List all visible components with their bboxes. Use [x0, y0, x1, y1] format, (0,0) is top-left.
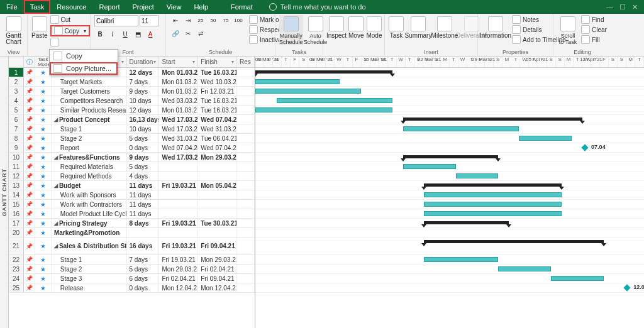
cell-res[interactable] — [237, 255, 255, 264]
table-row[interactable]: 10📌★◢Features&Functions9 daysWed 17.03.2… — [9, 153, 255, 162]
cell-name[interactable]: Marketing&Promotion — [52, 228, 127, 237]
cell-start[interactable] — [159, 162, 198, 171]
cell-start[interactable]: Wed 17.03.21 — [159, 115, 198, 124]
milestone-button[interactable]: Milestone — [433, 15, 457, 39]
summary-bar[interactable] — [424, 240, 603, 243]
row-number[interactable]: 11 — [9, 162, 24, 171]
summary-button[interactable]: Summary — [406, 15, 430, 39]
th-duration[interactable]: Duration▾ — [127, 57, 160, 67]
row-number[interactable]: 16 — [9, 209, 24, 218]
cell-res[interactable] — [237, 134, 255, 143]
cell-res[interactable] — [237, 162, 255, 171]
cell-start[interactable]: Wed 03.03.21 — [159, 96, 198, 105]
paste-button[interactable]: Paste — [31, 15, 48, 39]
cell-start[interactable]: Fri 02.04.21 — [159, 274, 198, 283]
menu-project[interactable]: Project — [126, 0, 160, 14]
cell-name[interactable]: Report — [52, 143, 127, 152]
cell-res[interactable] — [237, 172, 255, 180]
cell-res[interactable] — [237, 143, 255, 152]
bold-button[interactable]: B — [94, 29, 106, 40]
collapse-icon[interactable]: ◢ — [54, 243, 58, 249]
row-number[interactable]: 12 — [9, 172, 24, 180]
milestone-diamond[interactable] — [581, 144, 588, 151]
table-row[interactable]: 25📌★Release0 daysMon 12.04.21Mon 12.04.2… — [9, 283, 255, 293]
row-number[interactable]: 5 — [9, 106, 24, 114]
row-number[interactable]: 7 — [9, 124, 24, 133]
cell-duration[interactable]: 6 days — [127, 274, 160, 283]
cell-res[interactable] — [237, 200, 255, 209]
table-row[interactable]: 3📌★Target Customers9 daysMon 01.03.21Fri… — [9, 87, 255, 96]
copy-item[interactable]: Copy — [50, 50, 118, 62]
menu-resource[interactable]: Resource — [50, 0, 92, 14]
cell-name[interactable]: Required Materials — [52, 162, 127, 171]
menu-task[interactable]: Task — [24, 0, 51, 14]
table-row[interactable]: 8📌★Stage 25 daysWed 31.03.21Tue 06.04.21 — [9, 134, 255, 143]
cell-name[interactable]: Target Customers — [52, 87, 127, 96]
cell-duration[interactable]: 11 days — [127, 200, 160, 209]
cell-res[interactable] — [237, 106, 255, 114]
th-start[interactable]: Start▾ — [159, 57, 198, 67]
cell-res[interactable] — [237, 209, 255, 218]
cell-finish[interactable] — [198, 172, 237, 180]
find-button[interactable]: Find — [581, 15, 607, 24]
cell-start[interactable]: Wed 17.03.21 — [159, 124, 198, 133]
cell-res[interactable] — [237, 153, 255, 161]
auto-schedule-button[interactable]: Auto Schedule — [306, 15, 326, 45]
table-row[interactable]: 1📌★◢Market Research12 daysMon 01.03.21Tu… — [9, 68, 255, 77]
window-min-icon[interactable]: — — [606, 3, 613, 11]
font-color-button[interactable]: A — [145, 29, 156, 40]
table-row[interactable]: 7📌★Stage 110 daysWed 17.03.21Wed 31.03.2… — [9, 124, 255, 134]
cell-start[interactable]: Wed 17.03.21 — [159, 153, 198, 161]
cell-start[interactable]: Fri 19.03.21 — [159, 219, 198, 227]
cell-duration[interactable]: 7 days — [127, 255, 160, 264]
manually-schedule-button[interactable]: Manually Schedule — [279, 15, 303, 45]
th-finish[interactable]: Finish▾ — [198, 57, 237, 67]
table-row[interactable]: 14📌★Work with Sponsors11 days — [9, 190, 255, 200]
row-number[interactable]: 3 — [9, 87, 24, 96]
window-restore-icon[interactable]: ☐ — [619, 3, 626, 11]
cell-start[interactable]: Wed 31.03.21 — [159, 134, 198, 143]
unlink-button[interactable]: ✂ — [182, 28, 194, 40]
table-row[interactable]: 13📌★◢Budget11 daysFri 19.03.21Mon 05.04.… — [9, 181, 255, 190]
task-bar[interactable] — [403, 164, 456, 169]
table-row[interactable]: 11📌★Required Materials5 days — [9, 162, 255, 172]
cell-finish[interactable] — [198, 209, 237, 218]
cell-name[interactable]: Work with Sponsors — [52, 190, 127, 199]
cell-finish[interactable]: Mon 05.04.21 — [198, 181, 237, 190]
cut-button[interactable]: Cut — [50, 15, 90, 24]
task-bar[interactable] — [498, 266, 551, 271]
task-bar[interactable] — [456, 173, 498, 178]
indent-button[interactable]: ⇥ — [182, 15, 194, 26]
row-number[interactable]: 6 — [9, 115, 24, 124]
cell-finish[interactable]: Wed 10.03.21 — [198, 77, 237, 86]
cell-duration[interactable]: 11 days — [127, 209, 160, 218]
table-row[interactable]: 16📌★Model Product Life Cycle11 days — [9, 209, 255, 219]
task-bar[interactable] — [255, 89, 361, 94]
cell-name[interactable]: ◢Features&Functions — [52, 153, 127, 161]
table-row[interactable]: 24📌★Stage 36 daysFri 02.04.21Fri 09.04.2… — [9, 274, 255, 283]
cell-name[interactable]: Target Markets — [52, 77, 127, 86]
cell-finish[interactable]: Tue 30.03.21 — [198, 219, 237, 227]
summary-bar[interactable] — [424, 221, 508, 224]
cell-duration[interactable]: 5 days — [127, 134, 160, 143]
font-name-input[interactable] — [94, 15, 138, 26]
table-row[interactable]: 5📌★Similar Products Research12 daysMon 0… — [9, 106, 255, 115]
cell-duration[interactable]: 7 days — [127, 77, 160, 86]
cell-res[interactable] — [237, 219, 255, 227]
italic-button[interactable]: I — [107, 29, 118, 40]
fill-button[interactable]: Fill — [581, 35, 607, 44]
summary-bar[interactable] — [424, 183, 561, 187]
summary-bar[interactable] — [403, 155, 498, 158]
row-number[interactable]: 17 — [9, 219, 24, 227]
cell-res[interactable] — [237, 181, 255, 190]
row-number[interactable]: 1 — [9, 68, 24, 77]
table-row[interactable]: 21📌★◢Sales & Distribution Strategy16 day… — [9, 238, 255, 255]
cell-res[interactable] — [237, 68, 255, 77]
row-number[interactable]: 25 — [9, 283, 24, 292]
row-number[interactable]: 10 — [9, 153, 24, 161]
menu-report[interactable]: Report — [92, 0, 126, 14]
cell-finish[interactable] — [198, 228, 237, 237]
cell-start[interactable]: Fri 19.03.21 — [159, 238, 198, 254]
cell-duration[interactable]: 11 days — [127, 181, 160, 190]
menu-help[interactable]: Help — [187, 0, 214, 14]
